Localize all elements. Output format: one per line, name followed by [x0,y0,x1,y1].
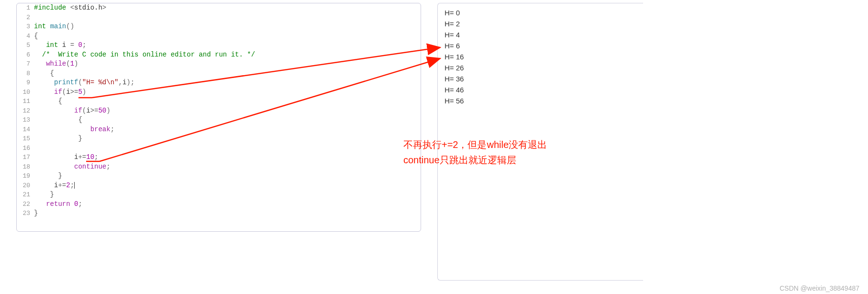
code-content[interactable]: int main() [34,22,421,32]
annotation-line-2: continue只跳出就近逻辑层 [403,152,547,168]
annotation-line-1: 不再执行+=2，但是while没有退出 [403,137,547,152]
annotation-text: 不再执行+=2，但是while没有退出 continue只跳出就近逻辑层 [403,137,547,168]
code-line[interactable]: 5 int i = 0; [17,41,421,50]
line-number: 14 [17,125,34,135]
code-editor-panel[interactable]: 1#include <stdio.h>23int main()4{5 int i… [16,3,421,232]
line-number: 5 [17,41,34,50]
watermark: CSDN @weixin_38849487 [779,284,859,292]
code-content[interactable]: { [34,97,421,106]
code-content[interactable]: /* Write C code in this online editor an… [34,50,421,60]
code-line[interactable]: 17 i+=10; [17,153,421,162]
line-number: 17 [17,153,34,162]
output-line: H= 4 [445,29,643,40]
code-line[interactable]: 12 if(i>=50) [17,106,421,116]
code-line[interactable]: 19 } [17,171,421,181]
line-number: 2 [17,13,34,23]
code-content[interactable]: if(i>=50) [34,106,421,116]
code-line[interactable]: 16 [17,144,421,153]
line-number: 19 [17,171,34,181]
line-number: 9 [17,78,34,88]
code-content[interactable]: return 0; [34,200,421,209]
code-line[interactable]: 4{ [17,32,421,41]
code-content[interactable]: } [34,134,421,144]
line-number: 21 [17,190,34,200]
code-line[interactable]: 22 return 0; [17,200,421,209]
line-number: 23 [17,209,34,218]
line-number: 13 [17,115,34,125]
output-line: H= 46 [445,84,643,95]
code-content[interactable]: int i = 0; [34,41,421,50]
code-line[interactable]: 7 while(1) [17,59,421,69]
code-line[interactable]: 9 printf("H= %d\n",i); [17,78,421,88]
code-line[interactable]: 1#include <stdio.h> [17,3,421,13]
code-content[interactable]: #include <stdio.h> [34,3,421,13]
line-number: 22 [17,200,34,209]
line-number: 11 [17,97,34,106]
code-line[interactable]: 18 continue; [17,162,421,172]
output-line: H= 6 [445,40,643,51]
code-line[interactable]: 13 { [17,115,421,125]
code-line[interactable]: 23} [17,209,421,218]
code-content[interactable]: { [34,32,421,41]
output-line: H= 36 [445,73,643,84]
line-number: 4 [17,32,34,41]
code-content[interactable]: i+=10; [34,153,421,162]
code-content[interactable] [34,144,421,153]
line-number: 12 [17,106,34,116]
line-number: 18 [17,162,34,172]
code-line[interactable]: 20 i+=2; [17,181,421,191]
code-line[interactable]: 21 } [17,190,421,200]
output-line: H= 0 [445,7,643,18]
code-content[interactable]: { [34,69,421,79]
line-number: 15 [17,134,34,144]
code-content[interactable]: } [34,209,421,218]
output-line: H= 56 [445,95,643,106]
code-content[interactable]: break; [34,125,421,135]
code-line[interactable]: 8 { [17,69,421,79]
line-number: 3 [17,22,34,32]
line-number: 7 [17,59,34,69]
code-content[interactable]: continue; [34,162,421,172]
line-number: 8 [17,69,34,79]
code-content[interactable]: i+=2; [34,181,421,191]
output-line: H= 2 [445,18,643,29]
output-line: H= 26 [445,62,643,73]
code-line[interactable]: 3int main() [17,22,421,32]
code-line[interactable]: 14 break; [17,125,421,135]
output-line: H= 16 [445,51,643,62]
line-number: 1 [17,3,34,13]
code-line[interactable]: 2 [17,13,421,23]
code-content[interactable] [34,13,421,23]
code-line[interactable]: 15 } [17,134,421,144]
line-number: 6 [17,50,34,60]
code-content[interactable]: printf("H= %d\n",i); [34,78,421,88]
code-content[interactable]: if(i>=5) [34,88,421,97]
line-number: 20 [17,181,34,191]
code-line[interactable]: 10 if(i>=5) [17,88,421,97]
code-content[interactable]: } [34,171,421,181]
code-line[interactable]: 11 { [17,97,421,106]
code-content[interactable]: { [34,115,421,125]
code-content[interactable]: while(1) [34,59,421,69]
line-number: 10 [17,88,34,97]
code-content[interactable]: } [34,190,421,200]
code-line[interactable]: 6 /* Write C code in this online editor … [17,50,421,60]
line-number: 16 [17,144,34,153]
